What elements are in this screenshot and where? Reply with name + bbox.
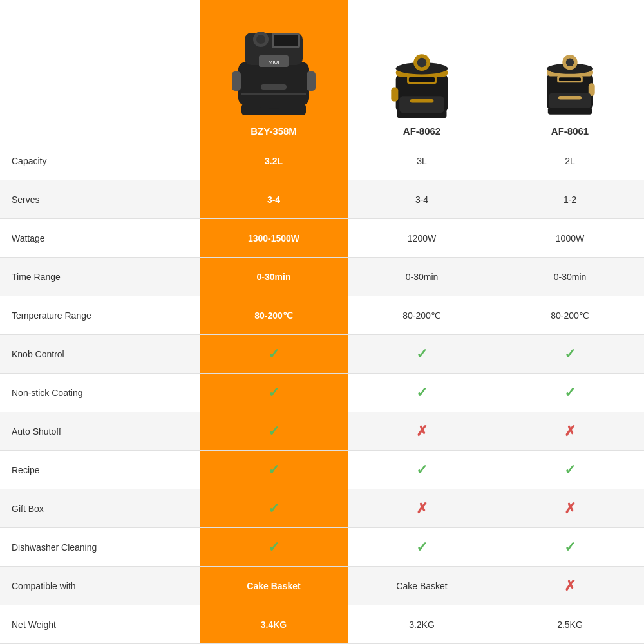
- header-empty-cell: [0, 0, 200, 142]
- row-value: ✓: [200, 489, 348, 527]
- table-row: Net Weight3.4KG3.2KG2.5KG: [0, 605, 644, 644]
- row-value: Cake Basket: [348, 567, 496, 605]
- row-label: Knob Control: [0, 335, 200, 373]
- svg-rect-2: [238, 62, 309, 106]
- table-row: Temperature Range80-200℃80-200℃80-200℃: [0, 296, 644, 335]
- row-value: 80-200℃: [200, 296, 348, 334]
- product-col-af8062: AF-8062: [348, 0, 496, 142]
- row-value: 1-2: [496, 180, 644, 218]
- row-value: 3.2KG: [348, 605, 496, 643]
- svg-rect-34: [549, 93, 591, 108]
- svg-rect-24: [410, 99, 434, 103]
- row-value: ✓: [200, 374, 348, 412]
- table-row: Serves3-43-41-2: [0, 180, 644, 219]
- row-label: Temperature Range: [0, 296, 200, 334]
- product-image-af8061: [531, 46, 609, 123]
- product-name-af8061: AF-8061: [551, 126, 589, 137]
- row-value: ✓: [496, 528, 644, 566]
- svg-rect-12: [261, 84, 287, 90]
- row-value: ✗: [496, 489, 644, 527]
- product-image-af8062: [383, 46, 460, 123]
- svg-text:MIUI: MIUI: [269, 59, 279, 65]
- svg-point-30: [566, 59, 574, 67]
- product-header: MIUI BZY-358M: [0, 0, 644, 142]
- check-icon: ✓: [268, 539, 279, 556]
- row-value: ✓: [348, 451, 496, 489]
- cross-icon: ✗: [416, 500, 428, 517]
- product-col-af8061: AF-8061: [496, 0, 644, 142]
- row-label: Dishwasher Cleaning: [0, 528, 200, 566]
- row-value: 1300-1500W: [200, 219, 348, 257]
- table-row: Wattage1300-1500W1200W1000W: [0, 219, 644, 258]
- row-label: Wattage: [0, 219, 200, 257]
- check-icon: ✓: [268, 346, 279, 363]
- row-value: 3-4: [348, 180, 496, 218]
- svg-rect-3: [232, 71, 241, 91]
- cell-text: Cake Basket: [247, 581, 300, 591]
- row-label: Compatible with: [0, 567, 200, 605]
- row-value: 1200W: [348, 219, 496, 257]
- check-icon: ✓: [268, 423, 279, 440]
- svg-rect-21: [409, 77, 435, 82]
- row-value: ✓: [348, 335, 496, 373]
- table-row: Gift Box✓✗✗: [0, 489, 644, 528]
- check-icon: ✓: [564, 346, 576, 363]
- row-label: Auto Shutoff: [0, 412, 200, 450]
- row-value: 3.2L: [200, 142, 348, 180]
- comparison-table: Capacity3.2L3L2LServes3-43-41-2Wattage13…: [0, 142, 644, 644]
- row-label: Capacity: [0, 142, 200, 180]
- product-name-af8062: AF-8062: [403, 126, 440, 137]
- svg-rect-32: [559, 77, 581, 80]
- row-value: 3-4: [200, 180, 348, 218]
- cross-icon: ✗: [564, 578, 576, 594]
- row-value: 80-200℃: [496, 296, 644, 334]
- check-icon: ✓: [268, 384, 279, 401]
- row-value: ✗: [348, 412, 496, 450]
- row-value: ✓: [200, 412, 348, 450]
- table-row: Knob Control✓✓✓: [0, 335, 644, 374]
- table-row: Auto Shutoff✓✗✗: [0, 412, 644, 451]
- svg-rect-35: [558, 96, 582, 99]
- check-icon: ✓: [564, 539, 576, 556]
- row-label: Gift Box: [0, 489, 200, 527]
- row-value: ✗: [496, 412, 644, 450]
- product-col-featured: MIUI BZY-358M: [200, 0, 348, 142]
- svg-rect-22: [391, 88, 398, 102]
- row-label: Non-stick Coating: [0, 374, 200, 412]
- row-value: 0-30min: [496, 258, 644, 296]
- row-value: ✓: [200, 528, 348, 566]
- row-label: Time Range: [0, 258, 200, 296]
- check-icon: ✓: [268, 500, 279, 517]
- row-value: 0-30min: [348, 258, 496, 296]
- row-label: Net Weight: [0, 605, 200, 643]
- cross-icon: ✗: [564, 500, 576, 517]
- check-icon: ✓: [416, 346, 428, 363]
- row-label: Recipe: [0, 451, 200, 489]
- check-icon: ✓: [416, 384, 428, 401]
- svg-rect-9: [274, 35, 298, 46]
- table-row: Compatible withCake BasketCake Basket✗: [0, 567, 644, 605]
- row-value: 3L: [348, 142, 496, 180]
- svg-rect-4: [307, 71, 316, 91]
- table-row: Time Range0-30min0-30min0-30min: [0, 258, 644, 296]
- row-value: ✓: [348, 528, 496, 566]
- cell-text: Cake Basket: [396, 581, 447, 591]
- row-value: 3.4KG: [200, 605, 348, 643]
- check-icon: ✓: [416, 539, 428, 556]
- row-value: 2.5KG: [496, 605, 644, 643]
- check-icon: ✓: [564, 384, 576, 401]
- product-name-featured: BZY-358M: [251, 126, 297, 137]
- row-value: ✓: [348, 374, 496, 412]
- row-value: 80-200℃: [348, 296, 496, 334]
- table-row: Non-stick Coating✓✓✓: [0, 374, 644, 412]
- table-row: Recipe✓✓✓: [0, 451, 644, 489]
- row-label: Serves: [0, 180, 200, 218]
- row-value: ✓: [200, 451, 348, 489]
- row-value: 2L: [496, 142, 644, 180]
- table-row: Dishwasher Cleaning✓✓✓: [0, 528, 644, 567]
- comparison-container: MIUI BZY-358M: [0, 0, 644, 644]
- check-icon: ✓: [564, 462, 576, 478]
- row-value: ✗: [348, 489, 496, 527]
- svg-point-19: [417, 58, 427, 68]
- svg-rect-23: [399, 96, 444, 113]
